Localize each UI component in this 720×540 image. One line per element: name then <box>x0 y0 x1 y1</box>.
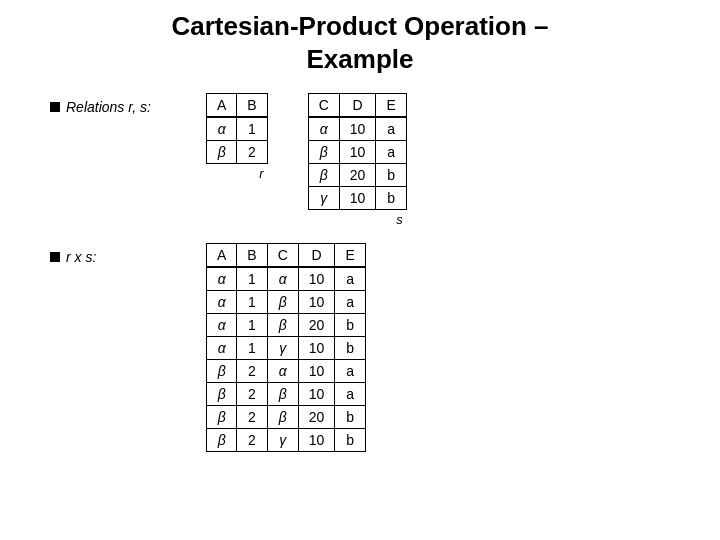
cell: γ <box>308 187 339 210</box>
table-row: β 2 β 10 a <box>207 383 366 406</box>
cell: 10 <box>298 360 335 383</box>
cell: b <box>335 337 365 360</box>
cell: β <box>207 141 237 164</box>
cell: b <box>335 429 365 452</box>
cell: α <box>207 117 237 141</box>
table-row: α 1 β 20 b <box>207 314 366 337</box>
section-relations: Relations r, s: A B α <box>50 93 690 227</box>
cell: 10 <box>298 383 335 406</box>
rxs-text: r x s: <box>66 249 96 265</box>
cell: 20 <box>298 314 335 337</box>
cell: 10 <box>339 141 376 164</box>
cell: α <box>267 360 298 383</box>
cell: a <box>335 383 365 406</box>
table-s-header-E: E <box>376 94 406 118</box>
cell: α <box>207 337 237 360</box>
section-rxs: r x s: A B C D E α <box>50 243 690 452</box>
cell: 10 <box>298 291 335 314</box>
table-s-header-D: D <box>339 94 376 118</box>
page-title: Cartesian-Product Operation – Example <box>30 10 690 75</box>
table-s-wrapper: C D E α 10 a β <box>308 93 407 227</box>
cell: 1 <box>237 337 267 360</box>
cell: β <box>267 291 298 314</box>
relations-label: Relations r, s: <box>50 93 190 115</box>
cell: b <box>376 164 406 187</box>
cell: β <box>207 406 237 429</box>
cell: 1 <box>237 267 267 291</box>
table-r-wrapper: A B α 1 β 2 <box>206 93 268 181</box>
cell: 1 <box>237 314 267 337</box>
bullet-icon <box>50 102 60 112</box>
cell: γ <box>267 337 298 360</box>
table-row: β 20 b <box>308 164 406 187</box>
cell: 2 <box>237 141 267 164</box>
cell: α <box>308 117 339 141</box>
cell: a <box>376 141 406 164</box>
cell: β <box>267 314 298 337</box>
table-r-header-B: B <box>237 94 267 118</box>
cell: 20 <box>339 164 376 187</box>
cell: 1 <box>237 291 267 314</box>
table-r-label: r <box>259 166 267 181</box>
cell: a <box>335 291 365 314</box>
cell: β <box>308 141 339 164</box>
table-s-label: s <box>396 212 407 227</box>
table-r-header-A: A <box>207 94 237 118</box>
table-rxs: A B C D E α 1 α 10 a <box>206 243 366 452</box>
table-row: α 1 γ 10 b <box>207 337 366 360</box>
cell: α <box>207 314 237 337</box>
table-row: α 1 α 10 a <box>207 267 366 291</box>
relations-tables: A B α 1 β 2 <box>206 93 407 227</box>
cell: 10 <box>339 187 376 210</box>
table-row: α 10 a <box>308 117 406 141</box>
table-rxs-wrapper: A B C D E α 1 α 10 a <box>206 243 366 452</box>
table-rxs-header-D: D <box>298 244 335 268</box>
cell: 20 <box>298 406 335 429</box>
table-row: β 10 a <box>308 141 406 164</box>
table-row: β 2 α 10 a <box>207 360 366 383</box>
rxs-label: r x s: <box>50 243 190 265</box>
cell: α <box>207 267 237 291</box>
title-area: Cartesian-Product Operation – Example <box>30 10 690 75</box>
cell: 2 <box>237 360 267 383</box>
relations-text: Relations r, s: <box>66 99 151 115</box>
table-rxs-header-A: A <box>207 244 237 268</box>
cell: 10 <box>298 429 335 452</box>
table-s: C D E α 10 a β <box>308 93 407 210</box>
cell: α <box>267 267 298 291</box>
table-s-header-C: C <box>308 94 339 118</box>
cell: 10 <box>339 117 376 141</box>
cell: b <box>376 187 406 210</box>
bullet-icon <box>50 252 60 262</box>
table-row: γ 10 b <box>308 187 406 210</box>
cell: b <box>335 314 365 337</box>
cell: 2 <box>237 406 267 429</box>
cell: β <box>207 383 237 406</box>
cell: β <box>267 383 298 406</box>
cell: 10 <box>298 267 335 291</box>
table-row: β 2 <box>207 141 268 164</box>
cell: a <box>376 117 406 141</box>
page-container: Cartesian-Product Operation – Example Re… <box>0 0 720 540</box>
cell: a <box>335 360 365 383</box>
cell: γ <box>267 429 298 452</box>
cell: 10 <box>298 337 335 360</box>
cell: β <box>207 360 237 383</box>
table-row: α 1 β 10 a <box>207 291 366 314</box>
cell: β <box>308 164 339 187</box>
table-row: β 2 γ 10 b <box>207 429 366 452</box>
cell: 2 <box>237 383 267 406</box>
cell: α <box>207 291 237 314</box>
cell: β <box>207 429 237 452</box>
table-row: α 1 <box>207 117 268 141</box>
table-rxs-header-C: C <box>267 244 298 268</box>
table-rxs-header-B: B <box>237 244 267 268</box>
table-row: β 2 β 20 b <box>207 406 366 429</box>
cell: β <box>267 406 298 429</box>
table-rxs-header-E: E <box>335 244 365 268</box>
cell: 1 <box>237 117 267 141</box>
table-r: A B α 1 β 2 <box>206 93 268 164</box>
content-area: Relations r, s: A B α <box>30 93 690 452</box>
cell: b <box>335 406 365 429</box>
cell: 2 <box>237 429 267 452</box>
